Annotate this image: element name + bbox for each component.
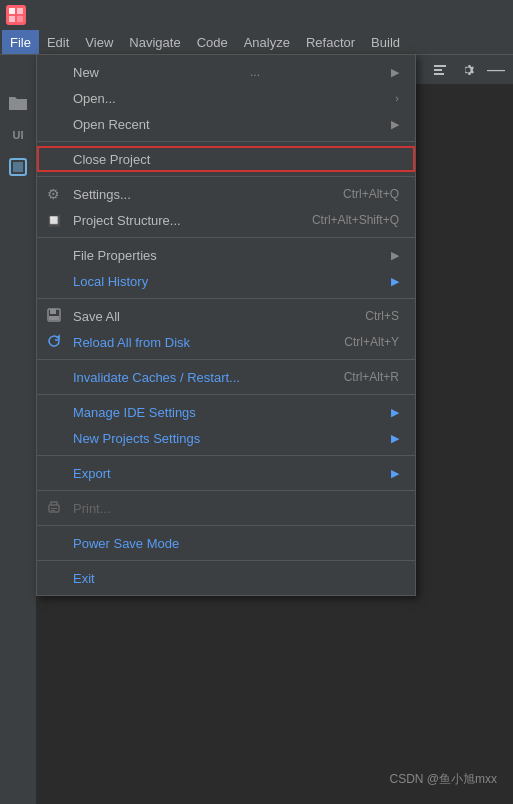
separator-6: [37, 394, 415, 395]
svg-rect-9: [13, 162, 23, 172]
menu-item-project-structure[interactable]: 🔲 Project Structure... Ctrl+Alt+Shift+Q: [37, 207, 415, 233]
separator-4: [37, 298, 415, 299]
menu-item-save-all[interactable]: Save All Ctrl+S: [37, 303, 415, 329]
svg-rect-11: [50, 309, 56, 314]
menu-item-local-history[interactable]: Local History ▶: [37, 268, 415, 294]
svg-rect-6: [434, 69, 442, 71]
align-icon[interactable]: [429, 59, 451, 81]
separator-8: [37, 490, 415, 491]
sidebar-ui-icon[interactable]: UI: [5, 122, 31, 148]
manage-ide-arrow-icon: ▶: [391, 406, 399, 419]
menu-view[interactable]: View: [77, 30, 121, 54]
new-arrow-icon: ▶: [391, 66, 399, 79]
gear-icon[interactable]: [457, 59, 479, 81]
separator-10: [37, 560, 415, 561]
menu-navigate[interactable]: Navigate: [121, 30, 188, 54]
sidebar-square-icon[interactable]: [5, 154, 31, 180]
menu-refactor[interactable]: Refactor: [298, 30, 363, 54]
menu-item-reload-disk[interactable]: Reload All from Disk Ctrl+Alt+Y: [37, 329, 415, 355]
svg-rect-3: [9, 16, 15, 22]
separator-5: [37, 359, 415, 360]
menu-item-file-properties[interactable]: File Properties ▶: [37, 242, 415, 268]
new-projects-arrow-icon: ▶: [391, 432, 399, 445]
svg-rect-15: [51, 510, 55, 511]
project-structure-icon: 🔲: [47, 214, 61, 227]
menu-item-exit[interactable]: Exit: [37, 565, 415, 591]
open-arrow-icon: ›: [395, 92, 399, 104]
menu-bar: File Edit View Navigate Code Analyze Ref…: [0, 30, 513, 54]
reload-icon: [47, 334, 61, 351]
watermark: CSDN @鱼小旭mxx: [389, 771, 497, 788]
open-recent-arrow-icon: ▶: [391, 118, 399, 131]
minus-icon[interactable]: —: [485, 59, 507, 81]
title-bar: [0, 0, 513, 30]
separator-9: [37, 525, 415, 526]
sidebar: UI: [0, 84, 36, 804]
menu-build[interactable]: Build: [363, 30, 408, 54]
menu-item-new-projects[interactable]: New Projects Settings ▶: [37, 425, 415, 451]
print-icon: [47, 500, 61, 517]
menu-analyze[interactable]: Analyze: [236, 30, 298, 54]
svg-rect-12: [49, 316, 59, 320]
svg-rect-14: [51, 508, 57, 509]
menu-item-open[interactable]: Open... ›: [37, 85, 415, 111]
menu-item-close-project[interactable]: Close Project: [37, 146, 415, 172]
svg-rect-1: [9, 8, 15, 14]
app-logo: [6, 5, 26, 25]
svg-rect-5: [434, 65, 446, 67]
menu-item-manage-ide[interactable]: Manage IDE Settings ▶: [37, 399, 415, 425]
file-properties-arrow-icon: ▶: [391, 249, 399, 262]
export-arrow-icon: ▶: [391, 467, 399, 480]
separator-2: [37, 176, 415, 177]
save-icon: [47, 308, 61, 325]
settings-icon: ⚙: [47, 186, 60, 202]
svg-rect-7: [434, 73, 444, 75]
menu-item-open-recent[interactable]: Open Recent ▶: [37, 111, 415, 137]
menu-code[interactable]: Code: [189, 30, 236, 54]
svg-rect-2: [17, 8, 23, 14]
menu-edit[interactable]: Edit: [39, 30, 77, 54]
separator-1: [37, 141, 415, 142]
file-menu-dropdown: New ... ▶ Open... › Open Recent ▶ Close …: [36, 54, 416, 596]
menu-item-print: Print...: [37, 495, 415, 521]
menu-item-export[interactable]: Export ▶: [37, 460, 415, 486]
menu-item-power-save[interactable]: Power Save Mode: [37, 530, 415, 556]
local-history-arrow-icon: ▶: [391, 275, 399, 288]
menu-item-new[interactable]: New ... ▶: [37, 59, 415, 85]
menu-item-settings[interactable]: ⚙ Settings... Ctrl+Alt+Q: [37, 181, 415, 207]
separator-7: [37, 455, 415, 456]
separator-3: [37, 237, 415, 238]
menu-item-invalidate-caches[interactable]: Invalidate Caches / Restart... Ctrl+Alt+…: [37, 364, 415, 390]
svg-rect-4: [17, 16, 23, 22]
sidebar-folder-icon[interactable]: [5, 90, 31, 116]
menu-file[interactable]: File: [2, 30, 39, 54]
